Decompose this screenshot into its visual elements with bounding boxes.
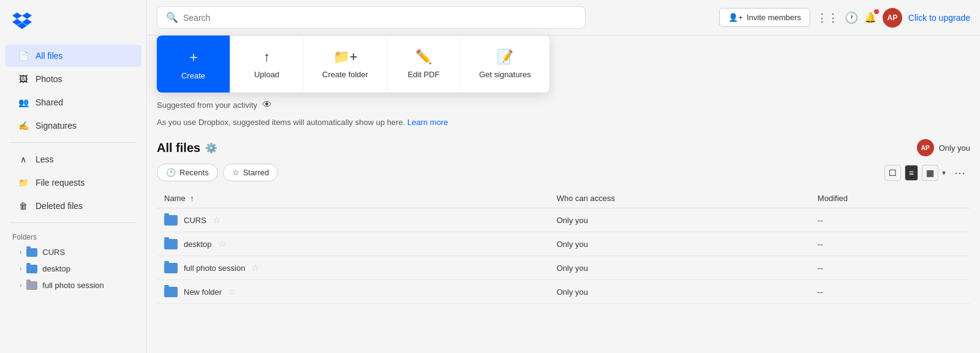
list-view-button[interactable]: ≡ xyxy=(905,165,918,181)
person-plus-icon: 👤+ xyxy=(728,13,743,22)
checkbox-select-button[interactable]: ☐ xyxy=(884,165,901,181)
table-row[interactable]: CURS ☆ Only you -- xyxy=(157,208,970,232)
sidebar-item-label: Deleted files xyxy=(36,201,83,211)
upload-button[interactable]: ↑ Upload xyxy=(230,36,304,93)
suggested-label: Suggested from your activity xyxy=(157,101,257,110)
upgrade-button[interactable]: Click to upgrade xyxy=(908,13,970,23)
access-cell: Only you xyxy=(549,280,810,304)
edit-pdf-icon: ✏️ xyxy=(415,49,432,65)
search-input[interactable] xyxy=(183,13,576,23)
chevron-right-icon: › xyxy=(20,249,21,256)
invite-members-button[interactable]: 👤+ Invite members xyxy=(719,8,810,27)
photo-icon: 🖼 xyxy=(17,73,29,85)
sidebar-folder-curs[interactable]: › CURS xyxy=(0,244,146,260)
sidebar-item-less[interactable]: ∧ Less xyxy=(5,148,141,170)
create-folder-button[interactable]: 📁+ Create folder xyxy=(304,36,387,93)
learn-more-link[interactable]: Learn more xyxy=(407,118,448,127)
signature-icon: ✍️ xyxy=(17,120,29,132)
file-name: New folder xyxy=(184,287,222,297)
star-icon[interactable]: ☆ xyxy=(251,262,259,273)
sidebar-item-signatures[interactable]: ✍️ Signatures xyxy=(5,115,141,137)
search-bar[interactable]: 🔍 xyxy=(157,6,586,29)
sidebar-item-file-requests[interactable]: 📁 File requests xyxy=(5,172,141,194)
sidebar-item-label: Signatures xyxy=(36,121,77,131)
file-name-cell: desktop ☆ xyxy=(164,238,542,249)
create-button[interactable]: ＋ Create xyxy=(157,36,230,93)
filter-tabs: 🕐 Recents ☆ Starred ☐ ≡ ▦ ▾ ⋯ xyxy=(157,164,970,189)
user-info: AP Only you xyxy=(917,139,970,156)
star-icon[interactable]: ☆ xyxy=(213,214,221,226)
signature-pen-icon: 📝 xyxy=(497,49,513,65)
starred-tab[interactable]: ☆ Starred xyxy=(223,164,279,181)
table-row[interactable]: desktop ☆ Only you -- xyxy=(157,232,970,256)
star-icon[interactable]: ☆ xyxy=(228,286,236,297)
file-name-cell: full photo session ☆ xyxy=(164,262,542,273)
star-icon: ☆ xyxy=(232,168,239,177)
notification-badge xyxy=(874,9,879,14)
sidebar-item-label: Shared xyxy=(36,97,63,107)
folder-icon xyxy=(26,281,37,290)
folder-icon xyxy=(26,265,37,273)
dropbox-logo[interactable] xyxy=(0,7,146,44)
create-label: Create xyxy=(181,71,205,80)
sidebar-folder-desktop[interactable]: › desktop xyxy=(0,260,146,277)
folder-label: CURS xyxy=(42,248,65,257)
topbar-actions: 👤+ Invite members ⋮⋮ 🕐 🔔 AP Click to upg… xyxy=(719,8,970,28)
table-row[interactable]: New folder ☆ Only you -- xyxy=(157,280,970,304)
folder-icon xyxy=(164,239,178,249)
sidebar-item-photos[interactable]: 🖼 Photos xyxy=(5,68,141,90)
chevron-up-icon: ∧ xyxy=(17,153,29,165)
avatar[interactable]: AP xyxy=(883,8,902,28)
upload-label: Upload xyxy=(254,70,279,79)
sidebar: 📄 All files 🖼 Photos 👥 Shared ✍️ Signatu… xyxy=(0,0,147,353)
table-row[interactable]: full photo session ☆ Only you -- xyxy=(157,256,970,280)
more-options-icon[interactable]: ⋯ xyxy=(949,166,970,180)
chevron-right-icon: › xyxy=(20,282,21,289)
chevron-down-icon[interactable]: ▾ xyxy=(942,169,946,177)
get-signatures-button[interactable]: 📝 Get signatures xyxy=(461,36,549,93)
sidebar-item-label: All files xyxy=(36,51,62,61)
notification-icon[interactable]: 🔔 xyxy=(864,12,876,23)
main-content: 🔍 👤+ Invite members ⋮⋮ 🕐 🔔 AP Click to u… xyxy=(147,0,980,353)
grid-icon[interactable]: ⋮⋮ xyxy=(816,11,839,25)
plus-icon: ＋ xyxy=(187,48,200,66)
recents-tab[interactable]: 🕐 Recents xyxy=(157,164,218,181)
settings-icon[interactable]: ⚙️ xyxy=(205,142,217,154)
folder-icon xyxy=(164,215,178,226)
name-column-header[interactable]: Name ↑ xyxy=(157,189,549,208)
sidebar-item-all-files[interactable]: 📄 All files xyxy=(5,45,141,67)
folder-icon xyxy=(26,248,37,257)
edit-pdf-label: Edit PDF xyxy=(408,70,440,79)
sidebar-folder-photo-session[interactable]: › full photo session xyxy=(0,277,146,294)
file-name-cell: CURS ☆ xyxy=(164,214,542,226)
sidebar-folders: › CURS › desktop › full photo session xyxy=(0,244,146,294)
star-icon[interactable]: ☆ xyxy=(218,238,226,249)
folder-icon xyxy=(164,263,178,273)
sort-arrow-icon: ↑ xyxy=(190,194,194,203)
suggested-bar: Suggested from your activity 👁 xyxy=(157,91,970,115)
access-cell: Only you xyxy=(549,256,810,280)
folder-label: desktop xyxy=(42,264,70,273)
edit-pdf-button[interactable]: ✏️ Edit PDF xyxy=(387,36,461,93)
file-name: CURS xyxy=(184,216,206,225)
sidebar-item-label: File requests xyxy=(36,178,85,188)
folder-plus-icon: 📁+ xyxy=(333,49,358,65)
user-avatar-initials: AP xyxy=(921,145,930,151)
access-column-header: Who can access xyxy=(549,189,810,208)
shared-icon: 👥 xyxy=(17,96,29,108)
view-controls: ☐ ≡ ▦ ▾ ⋯ xyxy=(884,164,970,181)
access-cell: Only you xyxy=(549,232,810,256)
upload-icon: ↑ xyxy=(263,49,270,65)
info-text: As you use Dropbox, suggested items will… xyxy=(157,115,970,134)
file-name: full photo session xyxy=(184,264,245,273)
modified-column-header: Modified xyxy=(810,189,970,208)
sidebar-item-deleted-files[interactable]: 🗑 Deleted files xyxy=(5,195,141,217)
chevron-right-icon: › xyxy=(20,265,21,272)
clock-icon[interactable]: 🕐 xyxy=(845,11,858,25)
clock-small-icon: 🕐 xyxy=(166,168,176,177)
modified-cell: -- xyxy=(810,232,970,256)
grid-view-button[interactable]: ▦ xyxy=(922,165,938,181)
sidebar-item-shared[interactable]: 👥 Shared xyxy=(5,91,141,113)
get-signatures-label: Get signatures xyxy=(479,70,531,79)
eye-icon[interactable]: 👁 xyxy=(262,99,272,110)
